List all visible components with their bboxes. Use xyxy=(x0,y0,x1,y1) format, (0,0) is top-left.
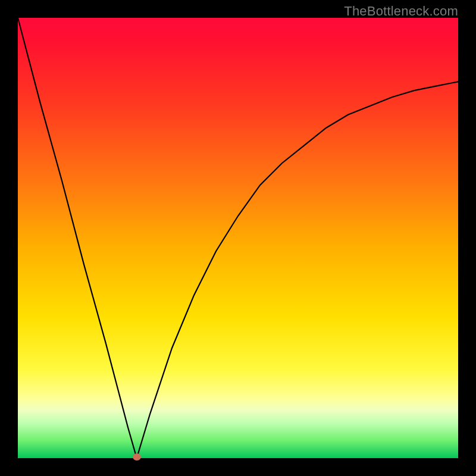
min-marker xyxy=(133,453,141,461)
curve-svg xyxy=(18,18,458,458)
watermark-text: TheBottleneck.com xyxy=(344,4,458,19)
bottleneck-curve xyxy=(18,18,458,458)
chart-frame: TheBottleneck.com xyxy=(0,0,476,476)
